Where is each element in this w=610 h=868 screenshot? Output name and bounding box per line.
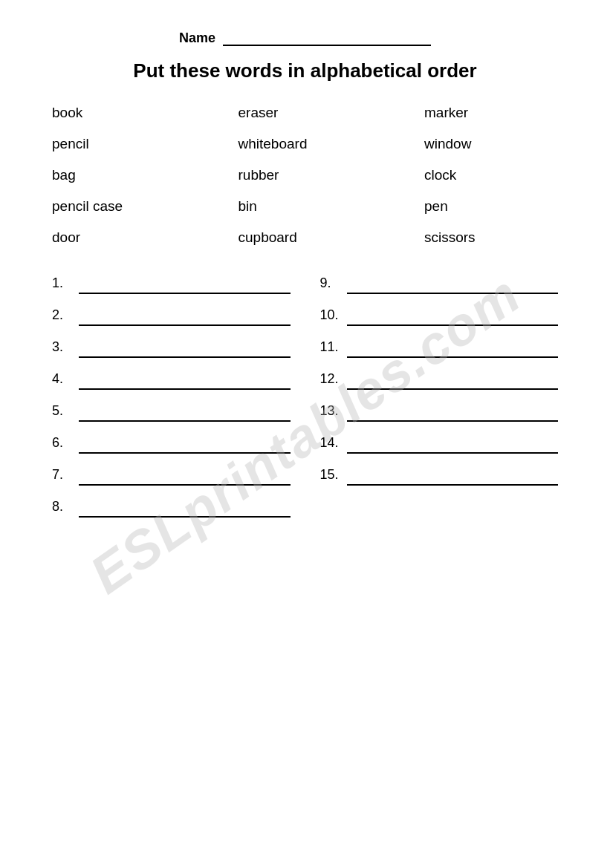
- page: ESLprintables.com Name Put these words i…: [0, 0, 610, 868]
- answers-section: 1. 2. 3. 4. 5. 6.: [45, 275, 565, 518]
- answer-line-6[interactable]: [79, 436, 291, 454]
- answer-number-6: 6.: [52, 435, 73, 454]
- answer-number-4: 4.: [52, 371, 73, 390]
- answer-line-4[interactable]: [79, 372, 291, 390]
- word-bag: bag: [52, 167, 186, 183]
- answer-number-9: 9.: [320, 275, 341, 294]
- answer-line-1[interactable]: [79, 276, 291, 294]
- word-door: door: [52, 229, 186, 246]
- answers-column-right: 9. 10. 11. 12. 13. 14.: [320, 275, 559, 518]
- answer-number-7: 7.: [52, 467, 73, 486]
- answer-number-13: 13.: [320, 403, 341, 422]
- word-clock: clock: [424, 167, 558, 183]
- word-marker: marker: [424, 105, 558, 121]
- name-input-line[interactable]: [223, 30, 431, 46]
- word-pencil-case: pencil case: [52, 198, 186, 215]
- answer-line-5[interactable]: [79, 404, 291, 422]
- answer-row-2: 2.: [52, 307, 291, 326]
- word-bin: bin: [239, 198, 372, 215]
- answer-line-12[interactable]: [347, 372, 559, 390]
- words-column-1: book pencil bag pencil case door: [52, 105, 186, 246]
- answer-number-11: 11.: [320, 339, 341, 358]
- word-whiteboard: whiteboard: [239, 136, 372, 152]
- name-row: Name: [45, 30, 565, 46]
- answer-row-6: 6.: [52, 435, 291, 454]
- answer-row-14: 14.: [320, 435, 559, 454]
- word-rubber: rubber: [239, 167, 372, 183]
- words-column-2: eraser whiteboard rubber bin cupboard: [239, 105, 372, 246]
- answer-number-8: 8.: [52, 499, 73, 518]
- answer-line-8[interactable]: [79, 500, 291, 518]
- words-column-3: marker window clock pen scissors: [424, 105, 558, 246]
- word-window: window: [424, 136, 558, 152]
- words-section: book pencil bag pencil case door eraser …: [45, 105, 565, 246]
- answer-line-9[interactable]: [347, 276, 559, 294]
- answer-row-1: 1.: [52, 275, 291, 294]
- answer-line-13[interactable]: [347, 404, 559, 422]
- name-label: Name: [179, 30, 215, 46]
- answer-number-1: 1.: [52, 275, 73, 294]
- answer-row-10: 10.: [320, 307, 559, 326]
- answer-row-3: 3.: [52, 339, 291, 358]
- answer-number-10: 10.: [320, 307, 341, 326]
- answer-line-7[interactable]: [79, 468, 291, 486]
- page-title: Put these words in alphabetical order: [45, 59, 565, 82]
- word-scissors: scissors: [424, 229, 558, 246]
- answer-number-5: 5.: [52, 403, 73, 422]
- answer-row-8: 8.: [52, 499, 291, 518]
- answer-row-11: 11.: [320, 339, 559, 358]
- answer-number-15: 15.: [320, 467, 341, 486]
- answer-row-7: 7.: [52, 467, 291, 486]
- answers-column-left: 1. 2. 3. 4. 5. 6.: [52, 275, 291, 518]
- answer-number-2: 2.: [52, 307, 73, 326]
- answer-line-10[interactable]: [347, 308, 559, 326]
- word-eraser: eraser: [239, 105, 372, 121]
- answer-row-13: 13.: [320, 403, 559, 422]
- answer-line-3[interactable]: [79, 340, 291, 358]
- answer-row-9: 9.: [320, 275, 559, 294]
- answer-line-11[interactable]: [347, 340, 559, 358]
- answer-line-2[interactable]: [79, 308, 291, 326]
- answer-line-15[interactable]: [347, 468, 559, 486]
- word-book: book: [52, 105, 186, 121]
- word-cupboard: cupboard: [239, 229, 372, 246]
- answer-line-14[interactable]: [347, 436, 559, 454]
- answer-number-14: 14.: [320, 435, 341, 454]
- word-pencil: pencil: [52, 136, 186, 152]
- answer-row-15: 15.: [320, 467, 559, 486]
- word-pen: pen: [424, 198, 558, 215]
- answer-row-12: 12.: [320, 371, 559, 390]
- answer-row-4: 4.: [52, 371, 291, 390]
- answer-number-3: 3.: [52, 339, 73, 358]
- answer-row-5: 5.: [52, 403, 291, 422]
- answer-number-12: 12.: [320, 371, 341, 390]
